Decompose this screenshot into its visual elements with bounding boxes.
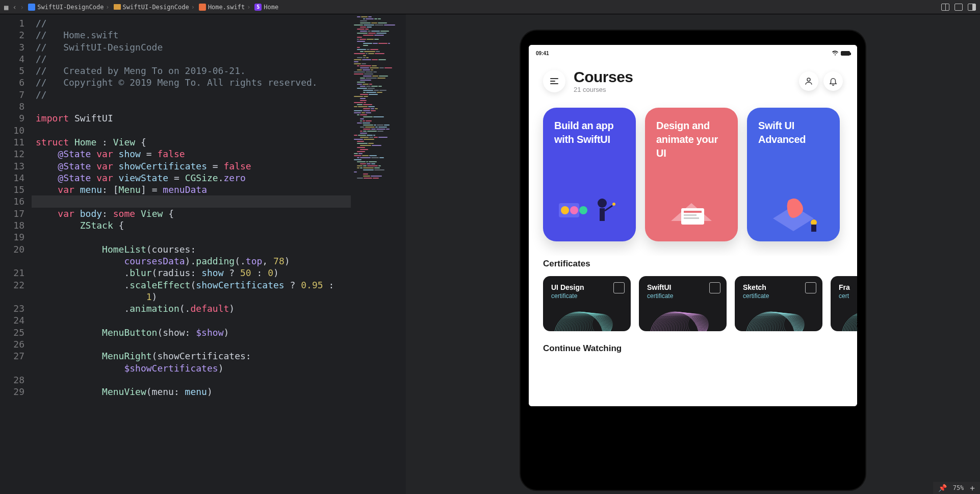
chevron-right-icon: › bbox=[106, 4, 109, 11]
status-bar: 09:41 bbox=[529, 45, 857, 57]
device-screen: 09:41 Courses 21 courses bbox=[529, 45, 857, 406]
course-title: Swift UI Advanced bbox=[758, 119, 829, 146]
breadcrumb-bar: ▦ ‹ › SwiftUI-DesignCode › SwiftUI-Desig… bbox=[0, 0, 980, 14]
svg-line-7 bbox=[605, 206, 612, 211]
svg-point-4 bbox=[579, 206, 587, 214]
breadcrumb-item[interactable]: SwiftUI-DesignCode › bbox=[28, 4, 109, 11]
breadcrumb-label: Home.swift bbox=[208, 4, 245, 11]
pin-icon[interactable]: 📌 bbox=[938, 484, 947, 492]
code-editor[interactable]: 1234567891011121314151617181920212223242… bbox=[0, 14, 406, 494]
user-icon bbox=[804, 77, 813, 86]
certificate-logo-icon bbox=[709, 282, 720, 293]
course-illustration bbox=[543, 190, 636, 236]
battery-icon bbox=[841, 51, 850, 56]
course-title: Build an app with SwiftUI bbox=[554, 119, 625, 146]
page-subtitle: 21 courses bbox=[574, 86, 633, 93]
chevron-right-icon: › bbox=[247, 4, 250, 11]
svg-rect-14 bbox=[811, 225, 816, 232]
breadcrumb-item[interactable]: S Home bbox=[254, 4, 278, 11]
certificate-card[interactable]: UI Design certificate bbox=[543, 276, 631, 331]
certificate-logo-icon bbox=[805, 282, 816, 293]
swirl-graphic bbox=[740, 295, 822, 331]
zoom-level[interactable]: 75% bbox=[953, 484, 964, 491]
canvas-toolbar: 📌 75% + bbox=[933, 482, 980, 494]
notifications-button[interactable] bbox=[823, 71, 843, 91]
course-card[interactable]: Swift UI Advanced bbox=[747, 108, 840, 241]
struct-icon: S bbox=[254, 4, 262, 11]
certificate-card[interactable]: Sketch certificate bbox=[735, 276, 822, 331]
related-items-icon[interactable]: ▦ bbox=[4, 3, 8, 11]
svg-point-2 bbox=[561, 206, 569, 214]
course-card[interactable]: Build an app with SwiftUI bbox=[543, 108, 636, 241]
svg-point-0 bbox=[807, 78, 810, 81]
nav-back-icon[interactable]: ‹ bbox=[12, 3, 16, 11]
course-illustration bbox=[747, 190, 840, 236]
svg-rect-9 bbox=[681, 208, 704, 225]
svg-rect-6 bbox=[600, 208, 605, 221]
add-preview-icon[interactable]: + bbox=[970, 483, 975, 493]
canvas-preview[interactable]: 09:41 Courses 21 courses bbox=[406, 14, 980, 494]
svg-rect-10 bbox=[684, 211, 702, 213]
file-icon bbox=[28, 4, 35, 11]
menu-button[interactable] bbox=[543, 70, 565, 92]
line-gutter: 1234567891011121314151617181920212223242… bbox=[0, 14, 32, 494]
page-title: Courses bbox=[574, 68, 633, 86]
svg-point-3 bbox=[570, 206, 578, 214]
device-frame: 09:41 Courses 21 courses bbox=[521, 31, 865, 490]
swirl-graphic bbox=[644, 295, 727, 331]
profile-button[interactable] bbox=[799, 71, 818, 91]
certificate-logo-icon bbox=[613, 282, 625, 293]
chevron-right-icon: › bbox=[191, 4, 195, 11]
nav-forward-icon[interactable]: › bbox=[20, 3, 24, 11]
hamburger-icon bbox=[550, 77, 558, 86]
app-header: Courses 21 courses bbox=[529, 68, 857, 93]
bell-icon bbox=[829, 77, 838, 86]
certificates-row[interactable]: UI Design certificate SwiftUI certificat… bbox=[529, 276, 857, 331]
breadcrumb-item[interactable]: Home.swift › bbox=[199, 4, 250, 11]
svg-point-8 bbox=[612, 203, 615, 206]
certificate-title: UI Design bbox=[551, 283, 623, 291]
certificate-title: SwiftUI bbox=[647, 283, 718, 291]
minimap[interactable] bbox=[351, 14, 406, 494]
course-title: Design and animate your UI bbox=[656, 119, 727, 160]
certificate-card[interactable]: Fra cert bbox=[831, 276, 857, 331]
breadcrumb-label: SwiftUI-DesignCode bbox=[123, 4, 189, 11]
toggle-inspector-icon[interactable] bbox=[968, 4, 976, 11]
svg-point-5 bbox=[598, 199, 607, 208]
certificate-card[interactable]: SwiftUI certificate bbox=[639, 276, 727, 331]
code-area[interactable]: //// Home.swift// SwiftUI-DesignCode////… bbox=[32, 14, 351, 494]
svg-point-96 bbox=[857, 313, 857, 331]
certificates-heading: Certificates bbox=[529, 256, 857, 276]
svg-rect-12 bbox=[684, 217, 699, 219]
svg-rect-11 bbox=[684, 214, 697, 216]
status-time: 09:41 bbox=[536, 51, 549, 56]
folder-icon bbox=[114, 4, 121, 10]
swirl-graphic bbox=[548, 295, 631, 331]
adjust-editor-icon[interactable] bbox=[955, 4, 963, 11]
course-card[interactable]: Design and animate your UI bbox=[645, 108, 738, 241]
swift-file-icon bbox=[199, 4, 206, 11]
wifi-icon bbox=[832, 51, 839, 56]
breadcrumb-label: Home bbox=[264, 4, 278, 11]
certificate-title: Sketch bbox=[743, 283, 814, 291]
certificate-title: Fra bbox=[839, 283, 857, 291]
code-review-icon[interactable] bbox=[941, 4, 949, 11]
breadcrumb-label: SwiftUI-DesignCode bbox=[37, 4, 104, 11]
continue-heading: Continue Watching bbox=[529, 331, 857, 361]
swirl-graphic bbox=[836, 295, 857, 331]
course-illustration bbox=[645, 190, 738, 236]
courses-row[interactable]: Build an app with SwiftUIDesign and anim… bbox=[529, 93, 857, 256]
breadcrumb-item[interactable]: SwiftUI-DesignCode › bbox=[114, 4, 195, 11]
